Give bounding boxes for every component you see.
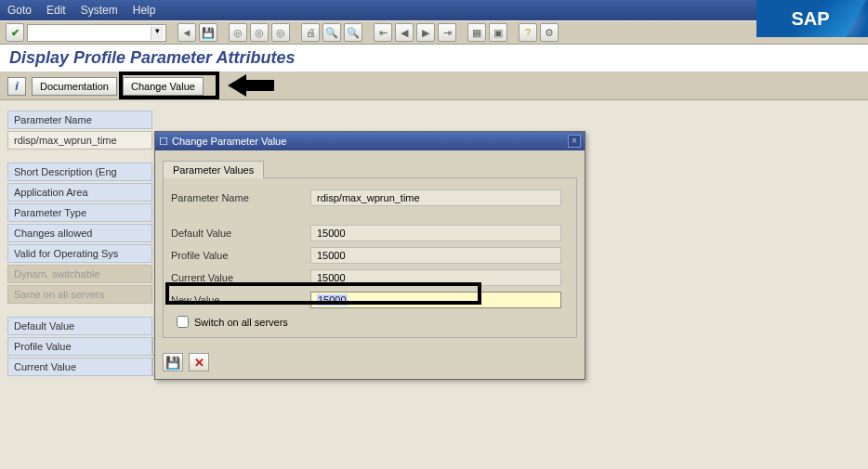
find-button[interactable]: 🔍 bbox=[322, 23, 341, 42]
menu-system[interactable]: System bbox=[81, 4, 118, 17]
dlg-current-label: Current Value bbox=[171, 272, 310, 283]
menu-bar: Goto Edit System Help _ □ × bbox=[0, 0, 868, 20]
info-button[interactable]: i bbox=[7, 77, 26, 96]
dlg-default-label: Default Value bbox=[171, 228, 310, 239]
param-name-label: Parameter Name bbox=[7, 111, 152, 129]
last-page-button[interactable]: ⇥ bbox=[438, 23, 456, 42]
command-field[interactable]: ▾ bbox=[27, 24, 166, 42]
dlg-param-name-label: Parameter Name bbox=[171, 192, 310, 203]
menu-help[interactable]: Help bbox=[133, 4, 156, 17]
print-button[interactable]: 🖨 bbox=[301, 23, 320, 42]
switch-all-servers-checkbox[interactable] bbox=[177, 316, 189, 328]
menu-edit[interactable]: Edit bbox=[46, 4, 66, 17]
dialog-footer: 💾 ✕ bbox=[155, 345, 585, 379]
nav-back-button[interactable]: ◎ bbox=[229, 23, 247, 42]
same-servers-label: Same on all servers bbox=[7, 285, 152, 304]
find-next-button[interactable]: 🔍 bbox=[344, 23, 362, 42]
param-type-label: Parameter Type bbox=[7, 203, 152, 222]
layout-button[interactable]: ▣ bbox=[489, 23, 507, 42]
action-bar: i Documentation Change Value bbox=[0, 72, 868, 100]
param-name-value: rdisp/max_wprun_time bbox=[7, 131, 152, 150]
settings-button[interactable]: ⚙ bbox=[540, 23, 559, 42]
help-button[interactable]: ? bbox=[519, 23, 537, 42]
enter-button[interactable]: ✔ bbox=[6, 23, 24, 42]
dlg-current-value: 15000 bbox=[310, 269, 561, 286]
prev-page-button[interactable]: ◀ bbox=[395, 23, 414, 42]
dlg-profile-label: Profile Value bbox=[171, 250, 310, 261]
annotation-arrow-icon bbox=[223, 72, 279, 98]
save-button[interactable]: 💾 bbox=[199, 23, 217, 42]
app-area-label: Application Area bbox=[7, 183, 152, 202]
change-parameter-dialog: ☐ Change Parameter Value × Parameter Val… bbox=[154, 131, 585, 380]
dlg-new-label: New Value bbox=[171, 294, 310, 306]
back-button[interactable]: ◄ bbox=[178, 23, 196, 42]
toolbar: ✔ ▾ ◄ 💾 ◎ ◎ ◎ 🖨 🔍 🔍 ⇤ ◀ ▶ ⇥ ▦ ▣ ? ⚙ bbox=[0, 20, 868, 45]
dlg-default-value: 15000 bbox=[310, 225, 561, 241]
cancel-button[interactable]: ◎ bbox=[271, 23, 290, 42]
documentation-button[interactable]: Documentation bbox=[32, 77, 117, 96]
menu-goto[interactable]: Goto bbox=[7, 4, 32, 17]
dyn-switch-label: Dynam. switchable bbox=[7, 265, 152, 283]
change-value-button[interactable]: Change Value bbox=[123, 77, 204, 96]
title-bar: Display Profile Parameter Attributes bbox=[0, 45, 868, 72]
dlg-new-value-input[interactable]: 15000 bbox=[310, 292, 561, 308]
page-title: Display Profile Parameter Attributes bbox=[9, 48, 295, 68]
dlg-profile-value: 15000 bbox=[310, 247, 561, 264]
first-page-button[interactable]: ⇤ bbox=[374, 23, 392, 42]
dropdown-icon[interactable]: ▾ bbox=[151, 26, 164, 40]
dialog-save-button[interactable]: 💾 bbox=[163, 353, 183, 371]
exit-button[interactable]: ◎ bbox=[250, 23, 269, 42]
valid-os-label: Valid for Operating Sys bbox=[7, 244, 152, 263]
dialog-titlebar: ☐ Change Parameter Value × bbox=[155, 132, 585, 150]
dlg-param-name-value: rdisp/max_wprun_time bbox=[310, 189, 561, 206]
dialog-cancel-button[interactable]: ✕ bbox=[189, 353, 209, 371]
profile-value-label: Profile Value bbox=[7, 337, 152, 356]
new-session-button[interactable]: ▦ bbox=[467, 23, 486, 42]
dialog-icon: ☐ bbox=[159, 136, 168, 148]
dialog-tab[interactable]: Parameter Values bbox=[163, 161, 264, 178]
default-value-label: Default Value bbox=[7, 317, 152, 335]
dialog-title: Change Parameter Value bbox=[172, 136, 286, 147]
switch-all-servers-label: Switch on all servers bbox=[194, 317, 288, 328]
dialog-close-button[interactable]: × bbox=[568, 135, 581, 148]
content-area: Parameter Name rdisp/max_wprun_time Shor… bbox=[0, 100, 868, 106]
dialog-panel: Parameter Namerdisp/max_wprun_time Defau… bbox=[163, 177, 577, 338]
current-value-label: Current Value bbox=[7, 358, 152, 376]
changes-label: Changes allowed bbox=[7, 224, 152, 242]
next-page-button[interactable]: ▶ bbox=[416, 23, 435, 42]
short-desc-label: Short Description (Eng bbox=[7, 163, 152, 181]
